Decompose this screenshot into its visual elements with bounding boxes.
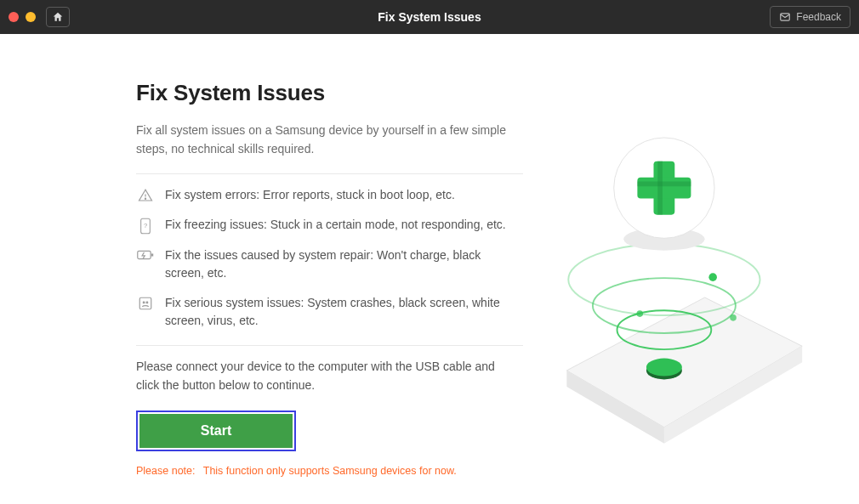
note-prefix: Please note: bbox=[136, 465, 196, 477]
crash-icon bbox=[136, 294, 155, 311]
feature-list: Fix system errors: Error reports, stuck … bbox=[136, 186, 523, 330]
feature-item: Fix the issues caused by system repair: … bbox=[136, 246, 523, 282]
feature-item: ? Fix freezing issues: Stuck in a certai… bbox=[136, 216, 523, 235]
svg-point-19 bbox=[568, 244, 759, 315]
right-column bbox=[527, 34, 859, 504]
freeze-icon: ? bbox=[136, 216, 155, 235]
close-window-dot[interactable] bbox=[9, 12, 19, 22]
svg-point-2 bbox=[145, 199, 145, 200]
warning-triangle-icon bbox=[136, 186, 155, 203]
svg-rect-7 bbox=[139, 298, 151, 310]
home-button[interactable] bbox=[46, 7, 70, 27]
window-title: Fix System Issues bbox=[0, 10, 859, 24]
feature-item: Fix serious system issues: System crashe… bbox=[136, 294, 523, 330]
page-subtitle: Fix all system issues on a Samsung devic… bbox=[136, 122, 510, 158]
home-icon bbox=[52, 11, 64, 23]
svg-rect-26 bbox=[637, 178, 691, 199]
svg-point-20 bbox=[708, 273, 717, 281]
svg-rect-6 bbox=[151, 254, 153, 257]
page-heading: Fix System Issues bbox=[136, 80, 527, 106]
feedback-button[interactable]: Feedback bbox=[770, 6, 850, 28]
feature-text: Fix freezing issues: Stuck in a certain … bbox=[165, 216, 506, 234]
svg-rect-27 bbox=[657, 161, 663, 215]
left-column: Fix System Issues Fix all system issues … bbox=[0, 34, 527, 504]
feature-text: Fix system errors: Error reports, stuck … bbox=[165, 186, 455, 204]
titlebar: Fix System Issues Feedback bbox=[0, 0, 859, 34]
feature-text: Fix serious system issues: System crashe… bbox=[165, 294, 523, 330]
svg-rect-28 bbox=[637, 182, 691, 187]
mail-icon bbox=[779, 11, 791, 23]
divider bbox=[136, 173, 523, 174]
svg-point-21 bbox=[636, 310, 643, 317]
svg-point-22 bbox=[730, 314, 737, 321]
start-button-highlight: Start bbox=[136, 411, 296, 451]
window-controls bbox=[9, 12, 36, 22]
note-text: This function only supports Samsung devi… bbox=[203, 465, 457, 477]
content-area: Fix System Issues Fix all system issues … bbox=[0, 34, 859, 504]
divider bbox=[136, 345, 523, 346]
device-repair-illustration bbox=[536, 119, 825, 476]
feedback-label: Feedback bbox=[796, 11, 841, 23]
minimize-window-dot[interactable] bbox=[26, 12, 36, 22]
feature-text: Fix the issues caused by system repair: … bbox=[165, 246, 523, 282]
svg-point-16 bbox=[646, 359, 682, 377]
connect-instructions: Please connect your device to the comput… bbox=[136, 358, 510, 394]
note-row: Please note: This function only supports… bbox=[136, 465, 527, 477]
svg-marker-12 bbox=[566, 297, 802, 428]
feature-item: Fix system errors: Error reports, stuck … bbox=[136, 186, 523, 204]
start-button[interactable]: Start bbox=[139, 414, 293, 448]
charge-icon bbox=[136, 246, 155, 262]
svg-text:?: ? bbox=[144, 222, 147, 229]
